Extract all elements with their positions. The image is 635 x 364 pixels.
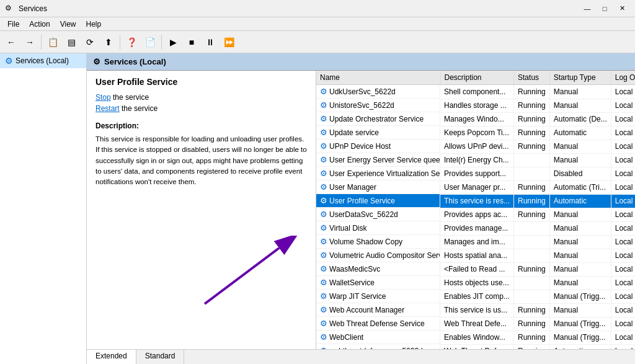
help-button[interactable]: ❓ <box>123 33 140 51</box>
menu-help[interactable]: Help <box>81 19 107 30</box>
cell-logon: Local System <box>611 262 635 276</box>
cell-startup-type: Manual <box>549 99 611 112</box>
table-row[interactable]: ⚙UnistoreSvc_5622dHandles storage ...Run… <box>316 99 635 112</box>
list-view-button[interactable]: ▤ <box>63 33 80 51</box>
properties-button[interactable]: 📄 <box>141 33 159 51</box>
services-header-label: Services (Local) <box>104 57 166 66</box>
close-button[interactable]: ✕ <box>614 2 630 15</box>
cell-description: Enables JIT comp... <box>440 290 514 303</box>
play-button[interactable]: ▶ <box>164 33 182 51</box>
description-heading: Description: <box>95 122 307 130</box>
toolbar: ← → 📋 ▤ ⟳ ⬆ ❓ 📄 ▶ ■ ⏸ ⏩ <box>0 31 635 53</box>
cell-status: Running <box>514 126 550 140</box>
cell-startup-type: Automatic <box>549 194 611 208</box>
menu-bar: File Action View Help <box>0 17 635 31</box>
menu-action[interactable]: Action <box>24 19 55 30</box>
service-icon: ⚙ <box>320 251 327 260</box>
cell-name: ⚙User Experience Virtualization Service <box>316 167 440 180</box>
cell-description: This service is res... <box>440 194 514 208</box>
tab-extended[interactable]: Extended <box>87 350 136 364</box>
cell-startup-type: Manual <box>549 85 611 99</box>
main-content: ⚙ Services (Local) ⚙ Services (Local) Us… <box>0 53 635 364</box>
table-row[interactable]: ⚙Virtual DiskProvides manage...ManualLoc… <box>316 221 635 235</box>
cell-description: Web Threat Defe... <box>440 317 514 331</box>
table-row[interactable]: ⚙Update Orchestrator ServiceManages Wind… <box>316 112 635 126</box>
col-description[interactable]: Description <box>440 71 514 85</box>
table-row[interactable]: ⚙UPnP Device HostAllows UPnP devi...Runn… <box>316 140 635 153</box>
cell-description: Manages and im... <box>440 235 514 249</box>
cell-name: ⚙Volume Shadow Copy <box>316 235 440 249</box>
cell-status: Running <box>514 99 550 112</box>
restart-service-link[interactable]: Restart <box>95 104 120 113</box>
table-row[interactable]: ⚙User Experience Virtualization ServiceP… <box>316 167 635 180</box>
title-bar-controls: ― □ ✕ <box>579 2 630 15</box>
services-table: Name Description Status Startup Type Log… <box>316 71 635 349</box>
table-row[interactable]: ⚙Volume Shadow CopyManages and im...Manu… <box>316 235 635 249</box>
col-startup-type[interactable]: Startup Type <box>549 71 611 85</box>
service-icon: ⚙ <box>320 155 327 164</box>
col-name[interactable]: Name <box>316 71 440 85</box>
menu-view[interactable]: View <box>55 19 81 30</box>
export-button[interactable]: ⬆ <box>100 33 117 51</box>
cell-description: Hosts spatial ana... <box>440 249 514 262</box>
cell-startup-type: Automatic (Tri... <box>549 180 611 194</box>
cell-status <box>514 221 550 235</box>
cell-status <box>514 290 550 303</box>
col-status[interactable]: Status <box>514 71 550 85</box>
cell-name: ⚙WaasMedicSvc <box>316 262 440 276</box>
cell-description: Provides support... <box>440 167 514 180</box>
table-row[interactable]: ⚙WalletServiceHosts objects use...Manual… <box>316 276 635 290</box>
cell-logon: Local System <box>611 126 635 140</box>
table-row[interactable]: ⚙UdkUserSvc_5622dShell component...Runni… <box>316 85 635 99</box>
arrow-annotation <box>180 236 304 312</box>
cell-logon: Local Service <box>611 249 635 262</box>
refresh-button[interactable]: ⟳ <box>81 33 99 51</box>
table-row[interactable]: ⚙Web Account ManagerThis service is us..… <box>316 303 635 317</box>
cell-startup-type: Manual <box>549 235 611 249</box>
menu-file[interactable]: File <box>2 19 24 30</box>
sidebar-item-services-local[interactable]: ⚙ Services (Local) <box>0 53 86 68</box>
cell-description: Web Threat Defe... <box>440 344 514 349</box>
service-icon: ⚙ <box>320 264 327 273</box>
cell-description: Manages Windo... <box>440 112 514 126</box>
cell-status: Running <box>514 112 550 126</box>
service-icon: ⚙ <box>320 141 327 151</box>
table-row[interactable]: ⚙User Energy Server Service queencreekIn… <box>316 153 635 167</box>
restart-button[interactable]: ⏩ <box>220 33 238 51</box>
table-row[interactable]: ⚙webthreatdefusersvc_5622dWeb Threat Def… <box>316 344 635 349</box>
app-icon: ⚙ <box>5 4 15 14</box>
cell-name: ⚙WebClient <box>316 331 440 344</box>
cell-status: Running <box>514 344 550 349</box>
forward-button[interactable]: → <box>21 33 38 51</box>
table-row[interactable]: ⚙Warp JIT ServiceEnables JIT comp...Manu… <box>316 290 635 303</box>
table-row[interactable]: ⚙Update serviceKeeps Popcorn Ti...Runnin… <box>316 126 635 140</box>
table-row[interactable]: ⚙Volumetric Audio Compositor ServiceHost… <box>316 249 635 262</box>
stop-button[interactable]: ■ <box>183 33 200 51</box>
table-row[interactable]: ⚙User Profile ServiceThis service is res… <box>316 194 635 208</box>
title-bar-text: Services <box>19 4 579 13</box>
content-area: User Profile Service Stop the service Re… <box>87 71 635 349</box>
maximize-button[interactable]: □ <box>597 2 613 15</box>
pause-button[interactable]: ⏸ <box>202 33 219 51</box>
stop-service-link[interactable]: Stop <box>95 93 111 102</box>
services-header-icon: ⚙ <box>93 57 100 66</box>
col-logon[interactable]: Log On As <box>611 71 635 85</box>
back-button[interactable]: ← <box>2 33 20 51</box>
cell-status: Running <box>514 317 550 331</box>
table-row[interactable]: ⚙Web Threat Defense ServiceWeb Threat De… <box>316 317 635 331</box>
table-row[interactable]: ⚙User ManagerUser Manager pr...RunningAu… <box>316 180 635 194</box>
show-hide-button[interactable]: 📋 <box>44 33 61 51</box>
stop-service-suffix: the service <box>113 93 149 102</box>
cell-startup-type: Manual (Trigg... <box>549 331 611 344</box>
table-row[interactable]: ⚙WebClientEnables Window...RunningManual… <box>316 331 635 344</box>
cell-status: Running <box>514 208 550 221</box>
service-icon: ⚙ <box>320 223 327 233</box>
minimize-button[interactable]: ― <box>579 2 595 15</box>
table-row[interactable]: ⚙WaasMedicSvc<Failed to Read ...RunningM… <box>316 262 635 276</box>
cell-name: ⚙Web Threat Defense Service <box>316 317 440 331</box>
cell-name: ⚙Virtual Disk <box>316 221 440 235</box>
tab-standard[interactable]: Standard <box>136 350 185 364</box>
table-row[interactable]: ⚙UserDataSvc_5622dProvides apps ac...Run… <box>316 208 635 221</box>
cell-startup-type: Manual <box>549 208 611 221</box>
service-icon: ⚙ <box>320 182 327 192</box>
